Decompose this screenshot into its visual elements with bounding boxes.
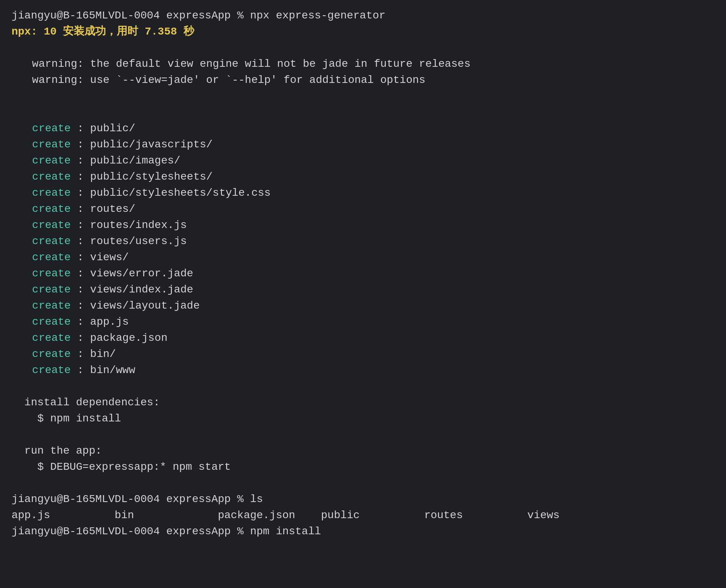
terminal-line: create : public/images/: [12, 153, 714, 169]
terminal-line: jiangyu@B-165MLVDL-0004 expressApp % ls: [12, 491, 714, 507]
create-keyword: create: [19, 300, 71, 312]
create-path: : routes/users.js: [71, 235, 186, 247]
terminal-window: jiangyu@B-165MLVDL-0004 expressApp % npx…: [12, 8, 714, 540]
terminal-line: create : public/: [12, 121, 714, 137]
terminal-line: create : routes/index.js: [12, 217, 714, 233]
blank-line: [12, 427, 714, 443]
blank-line: [12, 475, 714, 491]
blank-line: [12, 88, 714, 104]
create-keyword: create: [19, 219, 71, 231]
create-keyword: create: [19, 155, 71, 167]
create-path: : views/error.jade: [71, 268, 193, 279]
terminal-line: create : public/javascripts/: [12, 137, 714, 153]
create-path: : public/javascripts/: [71, 139, 213, 150]
create-keyword: create: [19, 332, 71, 344]
create-path: : routes/index.js: [71, 219, 186, 231]
terminal-line: create : views/: [12, 249, 714, 266]
create-keyword: create: [19, 364, 71, 376]
create-keyword: create: [19, 348, 71, 360]
create-path: : bin/: [71, 348, 116, 360]
create-path: : package.json: [71, 332, 167, 344]
create-keyword: create: [19, 139, 71, 150]
create-keyword: create: [19, 316, 71, 328]
create-keyword: create: [19, 284, 71, 296]
create-path: : public/stylesheets/style.css: [71, 187, 271, 199]
create-keyword: create: [19, 203, 71, 215]
create-path: : public/stylesheets/: [71, 171, 213, 183]
terminal-line: create : public/stylesheets/style.css: [12, 185, 714, 201]
terminal-line: warning: use `--view=jade' or `--help' f…: [12, 72, 714, 88]
terminal-line: create : routes/: [12, 201, 714, 217]
terminal-line: create : routes/users.js: [12, 233, 714, 249]
terminal-line: run the app:: [12, 443, 714, 459]
terminal-line: $ DEBUG=expressapp:* npm start: [12, 459, 714, 475]
terminal-line: install dependencies:: [12, 395, 714, 411]
create-path: : public/: [71, 122, 135, 134]
create-path: : bin/www: [71, 364, 135, 376]
create-keyword: create: [19, 268, 71, 279]
terminal-line: create : views/index.jade: [12, 282, 714, 298]
terminal-line: create : package.json: [12, 330, 714, 346]
terminal-line: create : views/layout.jade: [12, 298, 714, 314]
blank-line: [12, 378, 714, 395]
terminal-line: create : bin/www: [12, 362, 714, 378]
terminal-line: app.js bin package.json public routes vi…: [12, 507, 714, 524]
terminal-line: $ npm install: [12, 411, 714, 427]
create-path: : app.js: [71, 316, 129, 328]
terminal-line: jiangyu@B-165MLVDL-0004 expressApp % npx…: [12, 8, 714, 24]
terminal-line: create : public/stylesheets/: [12, 169, 714, 185]
create-path: : views/: [71, 251, 129, 263]
terminal-line: npx: 10 安装成功，用时 7.358 秒: [12, 24, 714, 40]
terminal-line: create : views/error.jade: [12, 266, 714, 282]
terminal-line: warning: the default view engine will no…: [12, 56, 714, 72]
create-keyword: create: [19, 251, 71, 263]
blank-line: [12, 104, 714, 121]
terminal-line: jiangyu@B-165MLVDL-0004 expressApp % npm…: [12, 524, 714, 540]
create-path: : views/index.jade: [71, 284, 193, 296]
create-keyword: create: [19, 235, 71, 247]
create-path: : views/layout.jade: [71, 300, 200, 312]
create-keyword: create: [19, 122, 71, 134]
create-keyword: create: [19, 171, 71, 183]
create-path: : routes/: [71, 203, 135, 215]
terminal-line: create : app.js: [12, 314, 714, 330]
blank-line: [12, 40, 714, 56]
terminal-line: create : bin/: [12, 346, 714, 362]
create-path: : public/images/: [71, 155, 180, 167]
create-keyword: create: [19, 187, 71, 199]
